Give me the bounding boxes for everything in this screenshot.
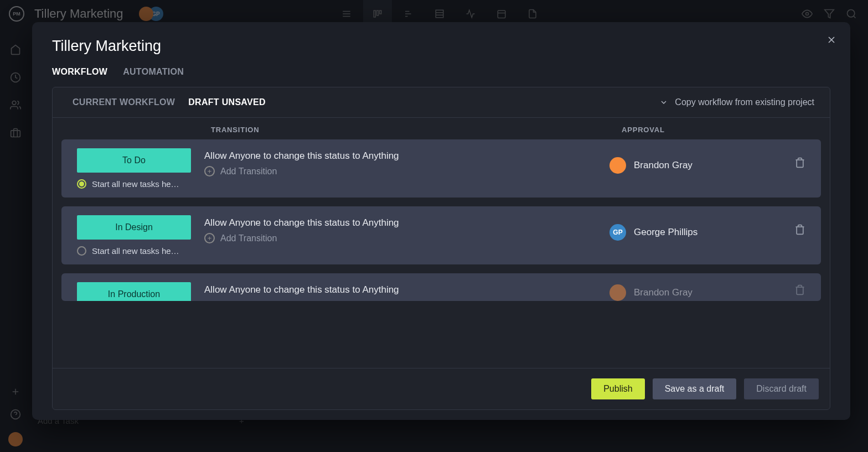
svg-rect-12 xyxy=(498,11,505,18)
discard-draft-button[interactable]: Discard draft xyxy=(744,378,819,399)
radio-selected-icon xyxy=(77,179,86,189)
workflow-panel: CURRENT WORKFLOW DRAFT UNSAVED Copy work… xyxy=(52,87,830,410)
row-status-col: In Design Start all new tasks he… xyxy=(77,215,191,256)
svg-rect-9 xyxy=(436,10,443,18)
user-avatar-icon xyxy=(8,432,23,446)
avatar-icon xyxy=(139,7,153,21)
users-icon xyxy=(10,100,21,111)
subtab-draft[interactable]: DRAFT UNSAVED xyxy=(188,97,266,107)
svg-point-19 xyxy=(12,101,16,105)
panel-footer: Publish Save as a draft Discard draft xyxy=(53,368,830,409)
subtab-current[interactable]: CURRENT WORKFLOW xyxy=(73,97,175,107)
chevron-down-icon xyxy=(659,98,668,107)
filter-icon xyxy=(824,8,835,19)
delete-row-button[interactable] xyxy=(789,282,811,295)
search-icon xyxy=(846,8,857,19)
copy-workflow-label: Copy workflow from existing project xyxy=(675,97,814,107)
row-transition-col: Allow Anyone to change this status to An… xyxy=(204,215,596,243)
add-transition-button[interactable]: + Add Transition xyxy=(204,233,596,243)
add-transition-label: Add Transition xyxy=(220,233,277,243)
eye-icon xyxy=(802,8,813,19)
start-radio-row[interactable]: Start all new tasks he… xyxy=(77,246,191,256)
copy-workflow-link[interactable]: Copy workflow from existing project xyxy=(659,97,814,107)
status-chip[interactable]: In Design xyxy=(77,215,191,240)
row-approval-col[interactable]: Brandon Gray xyxy=(609,282,776,301)
help-icon xyxy=(10,409,21,420)
row-transition-col: Allow Anyone to change this status to An… xyxy=(204,148,596,176)
panel-header: CURRENT WORKFLOW DRAFT UNSAVED Copy work… xyxy=(53,87,830,118)
svg-rect-4 xyxy=(377,11,379,15)
col-status-spacer xyxy=(73,126,211,134)
modal-title: Tillery Marketing xyxy=(52,38,830,55)
bg-project-title: Tillery Marketing xyxy=(34,7,123,21)
start-label: Start all new tasks he… xyxy=(92,179,179,189)
bg-avatars: GP xyxy=(139,7,163,21)
delete-row-button[interactable] xyxy=(789,215,811,235)
svg-rect-20 xyxy=(11,131,20,137)
bg-sidebar xyxy=(0,30,31,138)
approver-name: Brandon Gray xyxy=(634,287,693,298)
delete-row-button[interactable] xyxy=(789,148,811,168)
approver-avatar-icon xyxy=(609,157,626,174)
modal-tabs: WORKFLOW AUTOMATION xyxy=(32,55,850,87)
approver-avatar-icon xyxy=(609,284,626,301)
workflow-row: In Design Start all new tasks he… Allow … xyxy=(61,206,821,264)
app-logo-icon: PM xyxy=(9,6,24,22)
row-status-col: To Do Start all new tasks he… xyxy=(77,148,191,189)
home-icon xyxy=(10,44,21,55)
row-approval-col[interactable]: Brandon Gray xyxy=(609,148,776,174)
plus-icon xyxy=(11,387,20,397)
svg-line-17 xyxy=(854,16,856,18)
col-transition-header: TRANSITION xyxy=(211,126,622,134)
approver-name: Brandon Gray xyxy=(634,160,693,171)
plus-circle-icon: + xyxy=(204,166,215,176)
start-label: Start all new tasks he… xyxy=(92,246,179,256)
add-transition-button[interactable]: + Add Transition xyxy=(204,166,596,176)
approver-name: George Phillips xyxy=(634,227,698,238)
save-draft-button[interactable]: Save as a draft xyxy=(653,378,737,399)
svg-marker-15 xyxy=(825,10,834,18)
column-headers: TRANSITION APPROVAL xyxy=(53,118,830,139)
workflow-row: In Production Allow Anyone to change thi… xyxy=(61,273,821,301)
publish-button[interactable]: Publish xyxy=(591,378,644,399)
start-radio-row[interactable]: Start all new tasks he… xyxy=(77,179,191,189)
briefcase-icon xyxy=(10,127,21,138)
svg-point-14 xyxy=(806,13,809,15)
clock-icon xyxy=(10,72,21,83)
transition-text: Allow Anyone to change this status to An… xyxy=(204,150,596,162)
modal-header: Tillery Marketing xyxy=(32,22,850,55)
workflow-rows: To Do Start all new tasks he… Allow Anyo… xyxy=(53,139,830,368)
approver-avatar-icon: GP xyxy=(609,224,626,241)
row-status-col: In Production xyxy=(77,282,191,301)
plus-circle-icon: + xyxy=(204,233,215,243)
row-approval-col[interactable]: GP George Phillips xyxy=(609,215,776,241)
transition-text: Allow Anyone to change this status to An… xyxy=(204,284,596,295)
workflow-modal: Tillery Marketing WORKFLOW AUTOMATION CU… xyxy=(32,22,850,420)
svg-point-16 xyxy=(848,10,855,17)
transition-text: Allow Anyone to change this status to An… xyxy=(204,217,596,228)
status-chip[interactable]: In Production xyxy=(77,282,191,301)
tab-workflow[interactable]: WORKFLOW xyxy=(52,67,107,77)
col-approval-header: APPROVAL xyxy=(622,126,810,134)
svg-rect-5 xyxy=(380,11,381,14)
svg-rect-3 xyxy=(374,11,375,17)
panel-subtabs: CURRENT WORKFLOW DRAFT UNSAVED xyxy=(73,97,266,107)
bg-sidebar-bottom xyxy=(0,387,31,446)
row-transition-col: Allow Anyone to change this status to An… xyxy=(204,282,596,300)
tab-automation[interactable]: AUTOMATION xyxy=(123,67,184,77)
radio-outline-icon xyxy=(77,246,86,256)
workflow-row: To Do Start all new tasks he… Allow Anyo… xyxy=(61,139,821,198)
close-button[interactable] xyxy=(826,34,837,45)
add-transition-label: Add Transition xyxy=(220,167,277,176)
status-chip[interactable]: To Do xyxy=(77,148,191,173)
